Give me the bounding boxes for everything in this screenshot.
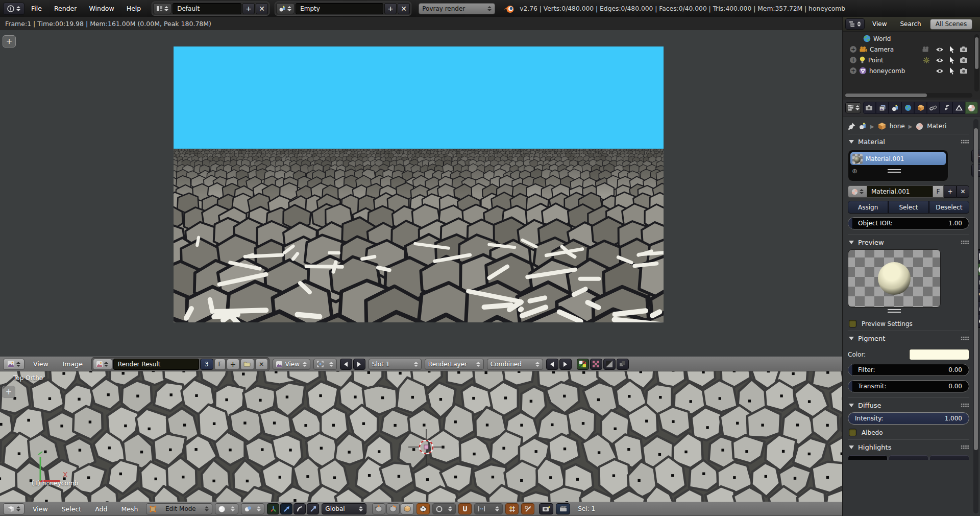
pin-icon[interactable]	[848, 123, 855, 130]
fake-user-button[interactable]: F	[214, 359, 226, 370]
visibility-eye-icon[interactable]	[936, 47, 944, 52]
view3d-menu-add[interactable]: Add	[89, 505, 113, 513]
scene-browse-button[interactable]	[276, 3, 295, 14]
opengl-render-image-button[interactable]	[539, 503, 553, 514]
image-view-dropdown[interactable]: View	[273, 359, 310, 370]
transform-orientation-dropdown[interactable]: Global	[322, 503, 366, 514]
render-pass-dropdown[interactable]: Combined	[487, 359, 543, 370]
image-menu-image[interactable]: Image	[57, 360, 88, 368]
unlink-material-button[interactable]: ✕	[957, 185, 969, 198]
tab-constraints[interactable]	[927, 102, 940, 114]
preview-settings-checkbox[interactable]	[849, 320, 856, 327]
panel-drag-grip[interactable]	[961, 445, 969, 449]
image-menu-view[interactable]: View	[28, 360, 54, 368]
outliner-display-filter-dropdown[interactable]: All Scenes	[930, 19, 973, 30]
scene-name-field[interactable]: Empty	[296, 3, 383, 14]
object-ior-slider[interactable]: Object IOR: 1.00	[848, 217, 969, 229]
vertex-select-button[interactable]	[372, 503, 385, 514]
properties-vertical-scrollbar[interactable]	[973, 119, 978, 513]
editor-type-image-button[interactable]	[3, 359, 24, 370]
tab-render-layers[interactable]	[876, 102, 889, 114]
scrollbar-thumb[interactable]	[975, 37, 978, 69]
list-resize-grip[interactable]	[888, 169, 901, 173]
opengl-render-anim-button[interactable]	[556, 503, 570, 514]
selectability-cursor-icon[interactable]	[949, 57, 954, 64]
display-zdepth-button[interactable]	[617, 359, 629, 370]
outliner-item-honeycomb[interactable]: + honeycomb	[843, 65, 980, 76]
object-breadcrumb-icon[interactable]	[878, 122, 886, 130]
preview-resize-grip[interactable]	[888, 309, 901, 313]
screen-layout-browse-button[interactable]	[153, 3, 172, 14]
image-editor-region[interactable]: +	[0, 30, 842, 357]
renderability-camera-icon[interactable]	[960, 57, 967, 63]
menu-help[interactable]: Help	[121, 5, 147, 12]
scene-breadcrumb-icon[interactable]	[859, 123, 867, 130]
next-layer-button[interactable]	[559, 359, 572, 370]
outliner-vertical-scrollbar[interactable]	[974, 34, 979, 91]
slot-add-icon[interactable]: ⊕	[852, 167, 857, 175]
panel-drag-grip[interactable]	[961, 403, 969, 407]
albedo-checkbox[interactable]	[849, 429, 856, 436]
breadcrumb-material-name[interactable]: Materi	[927, 123, 946, 130]
proportional-edit-dropdown[interactable]	[432, 503, 456, 514]
manipulator-toggle-button[interactable]	[267, 503, 279, 514]
outliner-horizontal-scrollbar[interactable]	[845, 93, 972, 98]
panel-drag-grip[interactable]	[961, 336, 969, 340]
preview-panel-header[interactable]: Preview	[848, 235, 969, 249]
pivot-center-dropdown[interactable]	[241, 503, 264, 514]
renderability-camera-icon[interactable]	[960, 46, 967, 52]
viewport-region-expand-button[interactable]: +	[2, 386, 15, 398]
viewport-shading-dropdown[interactable]	[215, 503, 238, 514]
transmit-slider[interactable]: Transmit: 0.00	[848, 380, 969, 392]
outliner-menu-view[interactable]: View	[867, 20, 892, 28]
add-layout-button[interactable]: +	[242, 3, 255, 14]
outliner-item-point[interactable]: + Point	[843, 55, 980, 65]
snap-peel-button[interactable]	[521, 503, 534, 514]
selectability-cursor-icon[interactable]	[949, 67, 954, 75]
assign-button[interactable]: Assign	[848, 201, 888, 214]
tab-modifiers[interactable]	[940, 102, 952, 114]
scale-manipulator-button[interactable]	[307, 503, 319, 514]
tab-world[interactable]	[901, 102, 914, 114]
material-slot-active[interactable]: Material.001	[850, 152, 946, 165]
delete-layout-button[interactable]: ✕	[256, 3, 268, 14]
tab-render[interactable]	[863, 102, 876, 114]
add-scene-button[interactable]: +	[384, 3, 397, 14]
tab-scene[interactable]	[889, 102, 901, 114]
visibility-eye-icon[interactable]	[936, 68, 944, 74]
outliner-item-camera[interactable]: + Camera	[843, 44, 980, 55]
menu-file[interactable]: File	[26, 5, 47, 12]
outliner-menu-search[interactable]: Search	[894, 20, 926, 28]
limit-selection-visible-button[interactable]	[416, 503, 430, 514]
new-image-button[interactable]: +	[227, 359, 239, 370]
panel-drag-grip[interactable]	[961, 139, 969, 144]
tab-material[interactable]	[965, 102, 978, 114]
select-button[interactable]: Select	[888, 201, 928, 214]
image-users-count-button[interactable]: 3	[200, 359, 213, 370]
open-image-button[interactable]	[240, 359, 254, 370]
snap-target-button[interactable]	[505, 503, 519, 514]
editor-type-3dview-button[interactable]	[3, 503, 24, 514]
expand-icon[interactable]: +	[850, 67, 856, 74]
highlights-panel-header[interactable]: Highlights	[848, 440, 969, 454]
display-color-button[interactable]	[577, 359, 589, 370]
unlink-image-button[interactable]: ✕	[255, 359, 268, 370]
editor-type-info-button[interactable]	[3, 3, 24, 15]
rotate-manipulator-button[interactable]	[293, 503, 306, 514]
new-material-button[interactable]: +	[944, 185, 957, 198]
visibility-eye-icon[interactable]	[936, 58, 944, 63]
slot-dropdown[interactable]: Slot 1	[369, 359, 422, 370]
menu-render[interactable]: Render	[48, 5, 83, 12]
deselect-button[interactable]: Deselect	[929, 201, 969, 214]
editor-type-properties-button[interactable]	[845, 102, 861, 113]
diffuse-panel-header[interactable]: Diffuse	[848, 398, 969, 412]
material-breadcrumb-icon[interactable]	[916, 123, 923, 130]
outliner-item-world[interactable]: World	[843, 33, 980, 44]
material-browse-button[interactable]	[848, 185, 867, 198]
material-fake-user-button[interactable]: F	[933, 185, 944, 198]
intensity-slider[interactable]: Intensity: 1.000	[848, 412, 969, 425]
tab-object-data[interactable]	[952, 102, 965, 114]
menu-window[interactable]: Window	[83, 5, 119, 12]
viewport-3d[interactable]: Top Ortho + X (1) honeycomb	[0, 371, 842, 502]
plain-axes-icon[interactable]	[923, 57, 930, 64]
